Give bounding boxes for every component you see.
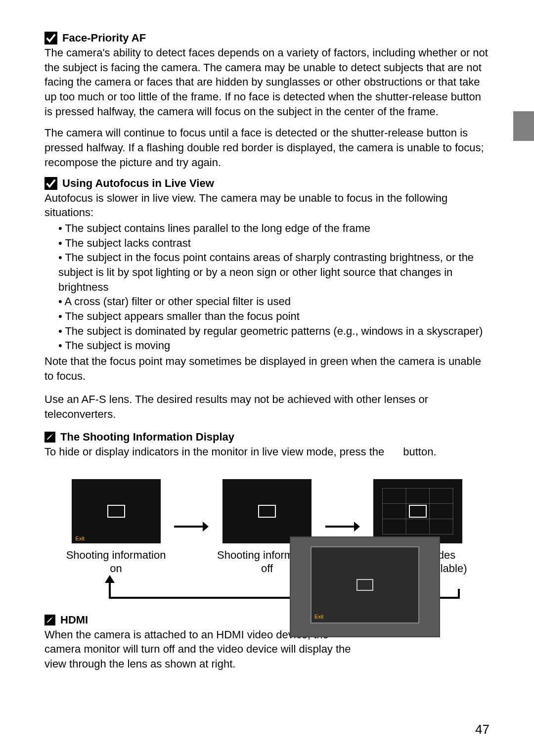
list-item: A cross (star) filter or other special f… [58,294,490,309]
focus-point-icon [258,505,276,518]
section-head-face-priority: Face-Priority AF [44,32,490,44]
pencil-icon [44,615,55,625]
bullet-list: The subject contains lines parallel to t… [58,221,490,353]
list-item: The subject is moving [58,338,490,353]
body-text: Use an AF-S lens. The desired results ma… [44,392,490,421]
lcd-preview [222,479,312,543]
section-title: Face-Priority AF [62,32,146,44]
body-text: Autofocus is slower in live view. The ca… [44,191,490,220]
body-text: Note that the focus point may sometimes … [44,354,490,383]
lcd-preview: Exit [72,479,161,543]
section-head-autofocus: Using Autofocus in Live View [44,177,490,190]
focus-point-icon [409,505,427,518]
page-number: 47 [475,722,490,737]
section-title: The Shooting Information Display [60,431,234,444]
arrow-right-icon [173,495,210,560]
caption: Shooting information on [66,548,166,576]
list-item: The subject lacks contrast [58,236,490,251]
list-item: The subject contains lines parallel to t… [58,221,490,236]
list-item: The subject appears smaller than the foc… [58,309,490,324]
side-tab [513,111,534,141]
list-item: The subject in the focus point contains … [58,250,490,294]
list-item: The subject is dominated by regular geom… [58,324,490,339]
text-pre: To hide or display indicators in the mon… [44,445,384,458]
pencil-icon [44,432,55,443]
body-text: The camera's ability to detect faces dep… [44,45,490,119]
manual-page: Face-Priority AF The camera's ability to… [0,0,534,756]
svg-marker-3 [354,522,360,532]
focus-point-icon [107,505,125,518]
display-state-on: Exit Shooting information on [59,479,173,576]
exit-label: Exit [314,614,323,620]
exit-label: Exit [76,535,85,541]
focus-point-icon [356,579,373,591]
text-post: button. [403,445,436,458]
lcd-preview [373,479,462,543]
section-head-shooting-info: The Shooting Information Display [44,431,490,444]
section-title: HDMI [60,614,88,626]
svg-marker-1 [203,522,209,532]
section-title: Using Autofocus in Live View [62,177,214,190]
body-text: The camera will continue to focus until … [44,126,490,170]
checkmark-icon [44,177,57,190]
checkmark-icon [44,32,57,44]
body-text: To hide or display indicators in the mon… [44,445,490,459]
hdmi-inner-frame: Exit [311,546,419,623]
hdmi-preview: Exit [290,536,440,637]
